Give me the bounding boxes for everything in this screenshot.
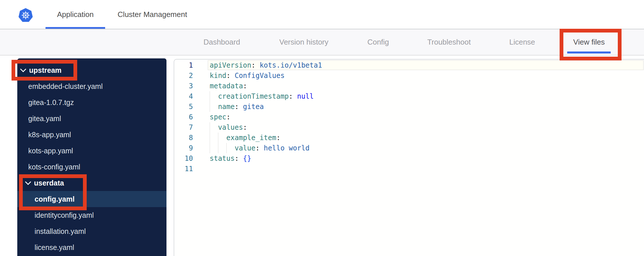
code-line: 11 bbox=[174, 164, 644, 174]
tree-item-label: kots-config.yaml bbox=[28, 163, 80, 171]
chevron-down-icon bbox=[25, 179, 31, 185]
line-number: 6 bbox=[174, 112, 193, 122]
kubernetes-logo-icon bbox=[18, 7, 33, 23]
code-line: 3metadata: bbox=[174, 81, 644, 91]
code-line: 5 name: gitea bbox=[174, 102, 644, 112]
code-line: 9 value: hello world bbox=[174, 143, 644, 153]
tree-item-label: upstream bbox=[29, 66, 62, 74]
tree-item-label: k8s-app.yaml bbox=[28, 131, 71, 139]
subnav-item-troubleshoot[interactable]: Troubleshoot bbox=[427, 29, 471, 55]
app-subnav: DashboardVersion historyConfigTroublesho… bbox=[0, 29, 644, 56]
code-line: 10status: {} bbox=[174, 153, 644, 164]
app-header: ApplicationCluster Management bbox=[0, 0, 644, 29]
line-number: 7 bbox=[174, 122, 193, 133]
code-line: 2kind: ConfigValues bbox=[174, 70, 644, 81]
tree-folder-upstream[interactable]: upstream bbox=[17, 62, 166, 78]
line-number: 3 bbox=[174, 81, 193, 91]
line-number: 11 bbox=[174, 164, 193, 174]
code-text: kind: ConfigValues bbox=[210, 70, 285, 81]
tree-file-gitea.yaml[interactable]: gitea.yaml bbox=[17, 110, 166, 127]
line-number: 4 bbox=[174, 91, 193, 102]
line-number: 5 bbox=[174, 102, 193, 112]
tree-item-label: embedded-cluster.yaml bbox=[28, 82, 103, 91]
line-number: 2 bbox=[174, 70, 193, 81]
tree-item-label: identityconfig.yaml bbox=[35, 211, 94, 219]
code-line: 6spec: bbox=[174, 112, 644, 122]
kots-admin-console: ApplicationCluster Management DashboardV… bbox=[0, 0, 644, 256]
tree-file-kots-config.yaml[interactable]: kots-config.yaml bbox=[17, 159, 166, 175]
tree-item-label: userdata bbox=[34, 179, 64, 187]
line-number: 10 bbox=[174, 153, 193, 164]
code-text: status: {} bbox=[210, 153, 251, 164]
tab-cluster-management[interactable]: Cluster Management bbox=[114, 0, 191, 29]
tree-file-installation.yaml[interactable]: installation.yaml bbox=[17, 223, 166, 239]
subnav-item-dashboard[interactable]: Dashboard bbox=[203, 29, 240, 55]
tree-item-label: config.yaml bbox=[35, 195, 75, 203]
tree-file-identityconfig.yaml[interactable]: identityconfig.yaml bbox=[17, 207, 166, 223]
code-text: creationTimestamp: null bbox=[210, 91, 314, 102]
tree-item-label: gitea-1.0.7.tgz bbox=[28, 98, 74, 107]
code-text: spec: bbox=[210, 112, 230, 122]
tree-file-k8s-app.yaml[interactable]: k8s-app.yaml bbox=[17, 127, 166, 143]
code-line: 1apiVersion: kots.io/v1beta1 bbox=[174, 60, 644, 70]
code-editor[interactable]: 1apiVersion: kots.io/v1beta12kind: Confi… bbox=[174, 59, 644, 256]
tree-file-config.yaml[interactable]: config.yaml bbox=[17, 191, 166, 207]
tab-application[interactable]: Application bbox=[46, 0, 105, 29]
code-line: 8 example_item: bbox=[174, 133, 644, 143]
tree-file-gitea-1.0.7.tgz[interactable]: gitea-1.0.7.tgz bbox=[17, 94, 166, 110]
subnav-item-license[interactable]: License bbox=[509, 29, 535, 55]
tree-item-label: installation.yaml bbox=[35, 227, 86, 236]
code-text: value: hello world bbox=[210, 143, 310, 153]
code-text: values: bbox=[210, 122, 247, 133]
subnav-item-config[interactable]: Config bbox=[367, 29, 389, 55]
code-line: 7 values: bbox=[174, 122, 644, 133]
subnav-item-view-files[interactable]: View files bbox=[573, 29, 605, 55]
line-number: 1 bbox=[174, 60, 193, 70]
line-number: 9 bbox=[174, 143, 193, 153]
code-line: 4 creationTimestamp: null bbox=[174, 91, 644, 102]
tree-item-label: license.yaml bbox=[35, 243, 74, 252]
subnav-item-version-history[interactable]: Version history bbox=[279, 29, 329, 55]
code-text: name: gitea bbox=[210, 102, 264, 112]
chevron-down-icon bbox=[20, 66, 26, 72]
code-text: example_item: bbox=[210, 133, 281, 143]
tree-item-label: gitea.yaml bbox=[28, 114, 61, 123]
tree-file-kots-app.yaml[interactable]: kots-app.yaml bbox=[17, 143, 166, 159]
line-number: 8 bbox=[174, 133, 193, 143]
tree-file-embedded-cluster.yaml[interactable]: embedded-cluster.yaml bbox=[17, 78, 166, 94]
code-text: apiVersion: kots.io/v1beta1 bbox=[210, 60, 322, 70]
code-text: metadata: bbox=[210, 81, 247, 91]
tree-folder-userdata[interactable]: userdata bbox=[17, 175, 166, 191]
file-tree-sidebar: upstreamembedded-cluster.yamlgitea-1.0.7… bbox=[17, 58, 166, 256]
tree-file-license.yaml[interactable]: license.yaml bbox=[17, 239, 166, 255]
tree-item-label: kots-app.yaml bbox=[28, 147, 73, 155]
